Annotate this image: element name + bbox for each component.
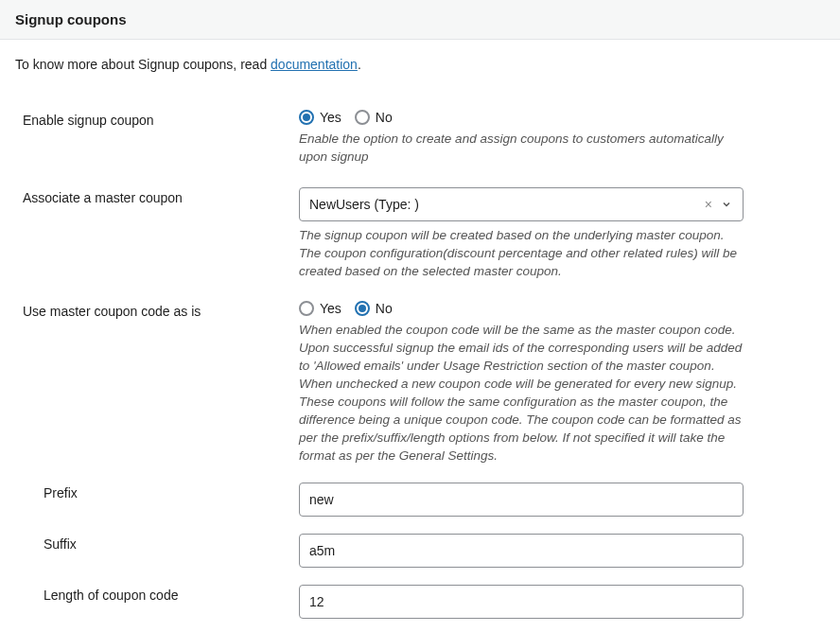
use-master-label: Use master coupon code as is xyxy=(15,301,299,319)
field-use-master-coupon-code: Use master coupon code as is Yes No When… xyxy=(15,301,825,465)
intro-prefix: To know more about Signup coupons, read xyxy=(15,57,271,72)
field-suffix: Suffix xyxy=(15,534,825,568)
field-prefix: Prefix xyxy=(15,483,825,517)
section-title: Signup coupons xyxy=(15,11,825,27)
enable-description: Enable the option to create and assign c… xyxy=(299,131,744,167)
enable-radio-group: Yes No xyxy=(299,110,744,125)
use-master-radio-group: Yes No xyxy=(299,301,744,316)
length-input[interactable] xyxy=(299,585,744,619)
enable-no-option[interactable]: No xyxy=(355,110,393,125)
use-master-no-label: No xyxy=(376,301,393,316)
chevron-down-icon[interactable] xyxy=(720,198,733,211)
use-master-yes-label: Yes xyxy=(320,301,341,316)
associate-selected-value: NewUsers (Type: ) xyxy=(309,197,419,212)
suffix-control xyxy=(299,534,744,568)
use-master-control: Yes No When enabled the coupon code will… xyxy=(299,301,744,465)
use-master-description: When enabled the coupon code will be the… xyxy=(299,322,744,465)
field-enable-signup-coupon: Enable signup coupon Yes No Enable the o… xyxy=(15,110,825,167)
enable-control: Yes No Enable the option to create and a… xyxy=(299,110,744,167)
associate-label: Associate a master coupon xyxy=(15,187,299,205)
enable-label: Enable signup coupon xyxy=(15,110,299,128)
use-master-yes-option[interactable]: Yes xyxy=(299,301,341,316)
enable-yes-label: Yes xyxy=(320,110,341,125)
suffix-input[interactable] xyxy=(299,534,744,568)
use-master-no-option[interactable]: No xyxy=(355,301,393,316)
intro-suffix: . xyxy=(358,57,361,72)
radio-unchecked-icon xyxy=(299,301,314,316)
associate-description: The signup coupon will be created based … xyxy=(299,227,744,281)
field-associate-master-coupon: Associate a master coupon NewUsers (Type… xyxy=(15,187,825,281)
associate-control: NewUsers (Type: ) × The signup coupon wi… xyxy=(299,187,744,281)
associate-select[interactable]: NewUsers (Type: ) × xyxy=(299,187,744,221)
documentation-link[interactable]: documentation xyxy=(271,57,358,72)
length-label: Length of coupon code xyxy=(15,585,299,603)
prefix-label: Prefix xyxy=(15,483,299,500)
radio-checked-icon xyxy=(299,110,314,125)
intro-text: To know more about Signup coupons, read … xyxy=(0,40,840,79)
field-length-of-coupon-code: Length of coupon code xyxy=(15,585,825,619)
prefix-input[interactable] xyxy=(299,483,744,517)
length-control xyxy=(299,585,744,619)
prefix-control xyxy=(299,483,744,517)
select-actions: × xyxy=(705,198,733,211)
enable-no-label: No xyxy=(376,110,393,125)
enable-yes-option[interactable]: Yes xyxy=(299,110,341,125)
form-area: Enable signup coupon Yes No Enable the o… xyxy=(0,79,840,632)
radio-checked-icon xyxy=(355,301,370,316)
section-header: Signup coupons xyxy=(0,0,840,40)
clear-selection-icon[interactable]: × xyxy=(705,198,712,211)
suffix-label: Suffix xyxy=(15,534,299,552)
radio-unchecked-icon xyxy=(355,110,370,125)
